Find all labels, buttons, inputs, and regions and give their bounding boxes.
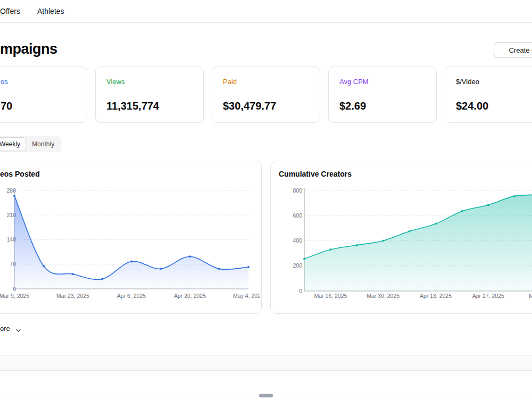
svg-text:0: 0 xyxy=(299,288,302,294)
svg-text:Mar 30, 2025: Mar 30, 2025 xyxy=(367,293,400,299)
svg-text:600: 600 xyxy=(293,212,302,219)
stat-label: os xyxy=(1,78,8,86)
chevron-down-icon xyxy=(15,327,21,335)
svg-text:Mar 9, 2025: Mar 9, 2025 xyxy=(0,293,29,299)
svg-text:Mar 23, 2025: Mar 23, 2025 xyxy=(56,293,89,299)
nav-item-athletes[interactable]: Athletes xyxy=(37,7,64,15)
show-more-button[interactable]: ore xyxy=(0,325,10,335)
stat-card-dollar-per-video: $/Video $24.00 xyxy=(445,66,532,123)
show-more-label: ore xyxy=(0,325,10,332)
table-row: Gopuff April - UCLA 5/29/2025 52 0 37 75… xyxy=(0,371,532,394)
svg-text:May 11, 2: May 11, 2 xyxy=(529,293,532,299)
svg-text:400: 400 xyxy=(293,237,302,244)
toggle-monthly[interactable]: Monthly xyxy=(26,137,60,151)
svg-text:Apr 13, 2025: Apr 13, 2025 xyxy=(420,293,452,299)
interval-toggle: Weekly Monthly xyxy=(0,136,61,152)
stat-label: Avg CPM xyxy=(339,78,369,86)
stat-value: $24.00 xyxy=(456,100,488,112)
stat-card-paid: Paid $30,479.77 xyxy=(212,66,320,123)
stat-value: $2.69 xyxy=(339,100,366,112)
svg-text:Apr 6, 2025: Apr 6, 2025 xyxy=(117,293,146,299)
stat-value: $30,479.77 xyxy=(223,100,276,112)
stat-label: $/Video xyxy=(456,78,479,86)
toggle-weekly[interactable]: Weekly xyxy=(0,137,26,151)
stat-label: Paid xyxy=(223,78,237,86)
top-nav: Offers Athletes xyxy=(0,0,532,23)
nav-item-offers[interactable]: Offers xyxy=(0,7,20,15)
svg-text:Apr 20, 2025: Apr 20, 2025 xyxy=(174,293,206,299)
page-title: mpaigns xyxy=(0,41,57,57)
videos-posted-chart: 070140210280Mar 9, 2025Mar 23, 2025Apr 6… xyxy=(0,186,260,301)
stat-label: Views xyxy=(106,78,124,86)
svg-text:Mar 16, 2025: Mar 16, 2025 xyxy=(314,293,347,299)
horizontal-scrollbar-thumb[interactable] xyxy=(259,394,273,397)
cumulative-creators-chart-title: Cumulative Creators xyxy=(279,170,352,178)
videos-posted-chart-title: eos Posted xyxy=(0,170,40,178)
app-screen: Offers Athletes mpaigns Create Cam os 70… xyxy=(0,0,532,399)
stat-value: 70 xyxy=(1,100,12,112)
stat-card-avg-cpm: Avg CPM $2.69 xyxy=(328,66,437,123)
cumulative-creators-chart: 0200400600800Mar 16, 2025Mar 30, 2025Apr… xyxy=(279,186,532,301)
stat-value: 11,315,774 xyxy=(106,100,159,112)
svg-text:Apr 27, 2025: Apr 27, 2025 xyxy=(472,293,504,299)
stat-card-videos: os 70 xyxy=(0,66,87,123)
campaigns-table-header: PAIGN DUE DATE ACCEPTED AWAITING APPROVA… xyxy=(0,355,532,371)
svg-text:200: 200 xyxy=(293,262,302,269)
svg-text:May 4, 2025: May 4, 2025 xyxy=(233,293,260,299)
stat-card-views: Views 11,315,774 xyxy=(95,66,204,123)
svg-text:800: 800 xyxy=(293,187,302,194)
create-campaign-button[interactable]: Create Cam xyxy=(494,42,532,58)
